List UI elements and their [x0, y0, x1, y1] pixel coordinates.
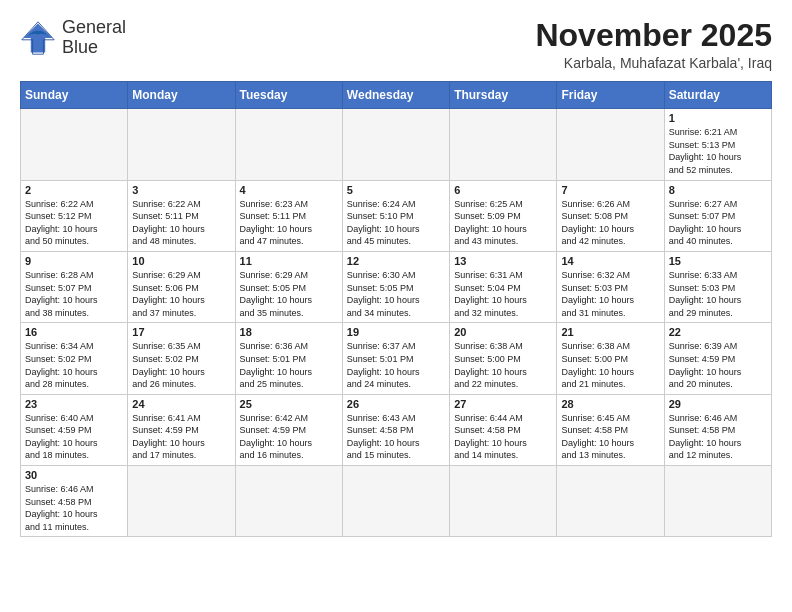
calendar-row-5: 23Sunrise: 6:40 AM Sunset: 4:59 PM Dayli…: [21, 394, 772, 465]
day-number: 11: [240, 255, 338, 267]
month-title: November 2025: [535, 18, 772, 53]
day-info: Sunrise: 6:37 AM Sunset: 5:01 PM Dayligh…: [347, 340, 445, 390]
day-info: Sunrise: 6:21 AM Sunset: 5:13 PM Dayligh…: [669, 126, 767, 176]
calendar-cell: 1Sunrise: 6:21 AM Sunset: 5:13 PM Daylig…: [664, 109, 771, 180]
day-info: Sunrise: 6:33 AM Sunset: 5:03 PM Dayligh…: [669, 269, 767, 319]
calendar-cell: 15Sunrise: 6:33 AM Sunset: 5:03 PM Dayli…: [664, 251, 771, 322]
day-info: Sunrise: 6:32 AM Sunset: 5:03 PM Dayligh…: [561, 269, 659, 319]
calendar-cell: [342, 466, 449, 537]
day-number: 27: [454, 398, 552, 410]
calendar-cell: 16Sunrise: 6:34 AM Sunset: 5:02 PM Dayli…: [21, 323, 128, 394]
day-number: 24: [132, 398, 230, 410]
calendar-cell: 2Sunrise: 6:22 AM Sunset: 5:12 PM Daylig…: [21, 180, 128, 251]
calendar-cell: 5Sunrise: 6:24 AM Sunset: 5:10 PM Daylig…: [342, 180, 449, 251]
calendar-cell: 21Sunrise: 6:38 AM Sunset: 5:00 PM Dayli…: [557, 323, 664, 394]
calendar-cell: 4Sunrise: 6:23 AM Sunset: 5:11 PM Daylig…: [235, 180, 342, 251]
calendar-row-4: 16Sunrise: 6:34 AM Sunset: 5:02 PM Dayli…: [21, 323, 772, 394]
logo-text: General Blue: [62, 18, 126, 58]
day-number: 3: [132, 184, 230, 196]
calendar-cell: 13Sunrise: 6:31 AM Sunset: 5:04 PM Dayli…: [450, 251, 557, 322]
calendar-cell: 28Sunrise: 6:45 AM Sunset: 4:58 PM Dayli…: [557, 394, 664, 465]
weekday-header-saturday: Saturday: [664, 82, 771, 109]
day-info: Sunrise: 6:46 AM Sunset: 4:58 PM Dayligh…: [25, 483, 123, 533]
calendar-cell: [557, 466, 664, 537]
day-number: 25: [240, 398, 338, 410]
calendar-cell: 20Sunrise: 6:38 AM Sunset: 5:00 PM Dayli…: [450, 323, 557, 394]
calendar-cell: 26Sunrise: 6:43 AM Sunset: 4:58 PM Dayli…: [342, 394, 449, 465]
day-info: Sunrise: 6:40 AM Sunset: 4:59 PM Dayligh…: [25, 412, 123, 462]
weekday-header-friday: Friday: [557, 82, 664, 109]
calendar-cell: 9Sunrise: 6:28 AM Sunset: 5:07 PM Daylig…: [21, 251, 128, 322]
calendar-cell: 7Sunrise: 6:26 AM Sunset: 5:08 PM Daylig…: [557, 180, 664, 251]
calendar-cell: 25Sunrise: 6:42 AM Sunset: 4:59 PM Dayli…: [235, 394, 342, 465]
day-number: 29: [669, 398, 767, 410]
logo-line1: General: [62, 18, 126, 38]
day-info: Sunrise: 6:29 AM Sunset: 5:05 PM Dayligh…: [240, 269, 338, 319]
day-info: Sunrise: 6:31 AM Sunset: 5:04 PM Dayligh…: [454, 269, 552, 319]
day-info: Sunrise: 6:27 AM Sunset: 5:07 PM Dayligh…: [669, 198, 767, 248]
weekday-header-wednesday: Wednesday: [342, 82, 449, 109]
calendar-row-1: 1Sunrise: 6:21 AM Sunset: 5:13 PM Daylig…: [21, 109, 772, 180]
day-info: Sunrise: 6:41 AM Sunset: 4:59 PM Dayligh…: [132, 412, 230, 462]
day-number: 15: [669, 255, 767, 267]
day-info: Sunrise: 6:22 AM Sunset: 5:11 PM Dayligh…: [132, 198, 230, 248]
calendar-cell: 10Sunrise: 6:29 AM Sunset: 5:06 PM Dayli…: [128, 251, 235, 322]
header: General Blue November 2025 Karbala, Muha…: [20, 18, 772, 71]
calendar-cell: 11Sunrise: 6:29 AM Sunset: 5:05 PM Dayli…: [235, 251, 342, 322]
day-number: 18: [240, 326, 338, 338]
day-info: Sunrise: 6:35 AM Sunset: 5:02 PM Dayligh…: [132, 340, 230, 390]
calendar-cell: 14Sunrise: 6:32 AM Sunset: 5:03 PM Dayli…: [557, 251, 664, 322]
day-number: 21: [561, 326, 659, 338]
day-number: 12: [347, 255, 445, 267]
calendar-cell: [128, 466, 235, 537]
day-number: 10: [132, 255, 230, 267]
calendar-row-2: 2Sunrise: 6:22 AM Sunset: 5:12 PM Daylig…: [21, 180, 772, 251]
svg-marker-0: [24, 23, 53, 52]
calendar-table: SundayMondayTuesdayWednesdayThursdayFrid…: [20, 81, 772, 537]
weekday-header-thursday: Thursday: [450, 82, 557, 109]
day-number: 2: [25, 184, 123, 196]
weekday-header-monday: Monday: [128, 82, 235, 109]
day-info: Sunrise: 6:43 AM Sunset: 4:58 PM Dayligh…: [347, 412, 445, 462]
day-number: 9: [25, 255, 123, 267]
day-number: 22: [669, 326, 767, 338]
weekday-header-sunday: Sunday: [21, 82, 128, 109]
day-info: Sunrise: 6:42 AM Sunset: 4:59 PM Dayligh…: [240, 412, 338, 462]
day-info: Sunrise: 6:34 AM Sunset: 5:02 PM Dayligh…: [25, 340, 123, 390]
day-info: Sunrise: 6:30 AM Sunset: 5:05 PM Dayligh…: [347, 269, 445, 319]
calendar-cell: 23Sunrise: 6:40 AM Sunset: 4:59 PM Dayli…: [21, 394, 128, 465]
day-info: Sunrise: 6:38 AM Sunset: 5:00 PM Dayligh…: [561, 340, 659, 390]
calendar-cell: 12Sunrise: 6:30 AM Sunset: 5:05 PM Dayli…: [342, 251, 449, 322]
day-number: 19: [347, 326, 445, 338]
calendar-cell: 29Sunrise: 6:46 AM Sunset: 4:58 PM Dayli…: [664, 394, 771, 465]
day-number: 4: [240, 184, 338, 196]
calendar-cell: [557, 109, 664, 180]
location-title: Karbala, Muhafazat Karbala', Iraq: [535, 55, 772, 71]
calendar-cell: 3Sunrise: 6:22 AM Sunset: 5:11 PM Daylig…: [128, 180, 235, 251]
day-number: 14: [561, 255, 659, 267]
day-info: Sunrise: 6:22 AM Sunset: 5:12 PM Dayligh…: [25, 198, 123, 248]
day-number: 7: [561, 184, 659, 196]
day-info: Sunrise: 6:38 AM Sunset: 5:00 PM Dayligh…: [454, 340, 552, 390]
calendar-cell: 27Sunrise: 6:44 AM Sunset: 4:58 PM Dayli…: [450, 394, 557, 465]
day-number: 23: [25, 398, 123, 410]
calendar-row-3: 9Sunrise: 6:28 AM Sunset: 5:07 PM Daylig…: [21, 251, 772, 322]
calendar-cell: 17Sunrise: 6:35 AM Sunset: 5:02 PM Dayli…: [128, 323, 235, 394]
day-info: Sunrise: 6:24 AM Sunset: 5:10 PM Dayligh…: [347, 198, 445, 248]
generalblue-logo-icon: [20, 20, 56, 56]
weekday-header-row: SundayMondayTuesdayWednesdayThursdayFrid…: [21, 82, 772, 109]
calendar-cell: [342, 109, 449, 180]
day-info: Sunrise: 6:39 AM Sunset: 4:59 PM Dayligh…: [669, 340, 767, 390]
title-area: November 2025 Karbala, Muhafazat Karbala…: [535, 18, 772, 71]
calendar-cell: 19Sunrise: 6:37 AM Sunset: 5:01 PM Dayli…: [342, 323, 449, 394]
day-number: 8: [669, 184, 767, 196]
day-info: Sunrise: 6:26 AM Sunset: 5:08 PM Dayligh…: [561, 198, 659, 248]
day-info: Sunrise: 6:44 AM Sunset: 4:58 PM Dayligh…: [454, 412, 552, 462]
calendar-cell: 22Sunrise: 6:39 AM Sunset: 4:59 PM Dayli…: [664, 323, 771, 394]
day-info: Sunrise: 6:29 AM Sunset: 5:06 PM Dayligh…: [132, 269, 230, 319]
day-number: 17: [132, 326, 230, 338]
calendar-cell: [664, 466, 771, 537]
calendar-cell: [128, 109, 235, 180]
day-number: 1: [669, 112, 767, 124]
calendar-cell: [235, 109, 342, 180]
